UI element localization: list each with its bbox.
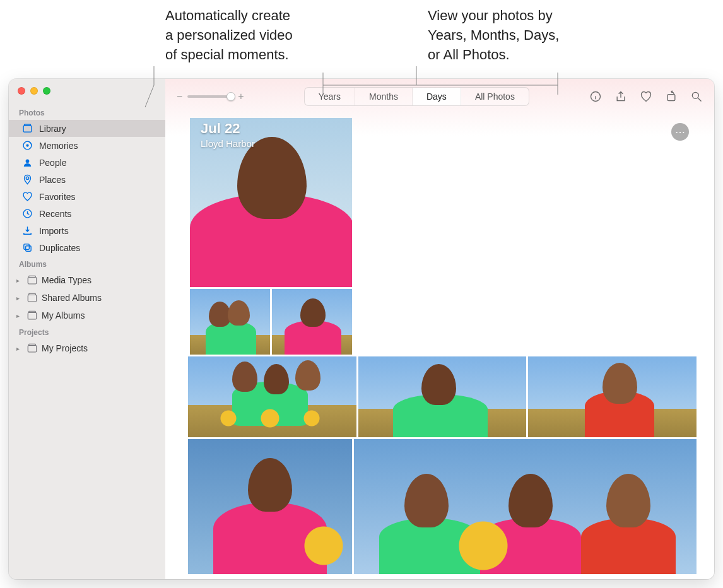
sidebar-label: Shared Albums bbox=[42, 293, 102, 303]
zoom-slider[interactable] bbox=[187, 95, 233, 98]
toolbar: − + Years Months Days All Photos bbox=[165, 79, 714, 114]
sidebar-item-places[interactable]: Places bbox=[9, 171, 165, 188]
chevron-right-icon: ▸ bbox=[16, 312, 23, 319]
heart-icon bbox=[21, 191, 33, 202]
svg-point-3 bbox=[26, 144, 28, 146]
svg-rect-16 bbox=[29, 344, 36, 345]
sidebar-header-photos: Photos bbox=[9, 105, 165, 120]
svg-rect-7 bbox=[23, 244, 29, 250]
svg-rect-11 bbox=[28, 295, 37, 302]
chevron-right-icon: ▸ bbox=[16, 277, 23, 284]
sidebar-item-favorites[interactable]: Favorites bbox=[9, 188, 165, 205]
sidebar-item-shared-albums[interactable]: ▸ Shared Albums bbox=[9, 289, 165, 307]
photo-thumbnail[interactable] bbox=[354, 439, 697, 574]
sidebar-label: Library bbox=[39, 124, 66, 134]
svg-rect-12 bbox=[29, 293, 36, 295]
svg-rect-9 bbox=[28, 278, 37, 285]
sidebar-item-imports[interactable]: Imports bbox=[9, 222, 165, 239]
segment-days[interactable]: Days bbox=[413, 88, 461, 105]
photo-thumbnail[interactable] bbox=[272, 289, 352, 355]
chevron-right-icon: ▸ bbox=[16, 295, 23, 302]
svg-rect-0 bbox=[23, 126, 32, 132]
photos-app-window: Photos Library Memories People Places Fa… bbox=[9, 79, 714, 579]
svg-rect-15 bbox=[28, 346, 37, 353]
view-segmented-control: Years Months Days All Photos bbox=[304, 87, 529, 106]
segment-months[interactable]: Months bbox=[355, 88, 413, 105]
import-icon bbox=[21, 225, 33, 236]
sidebar-item-my-albums[interactable]: ▸ My Albums bbox=[9, 307, 165, 324]
album-icon bbox=[26, 292, 38, 303]
sidebar-item-duplicates[interactable]: Duplicates bbox=[9, 239, 165, 256]
chevron-right-icon: ▸ bbox=[16, 345, 23, 352]
share-icon[interactable] bbox=[614, 90, 627, 103]
sidebar-item-people[interactable]: People bbox=[9, 154, 165, 171]
segment-years[interactable]: Years bbox=[305, 88, 355, 105]
svg-rect-8 bbox=[25, 246, 31, 252]
album-icon bbox=[26, 274, 38, 286]
sidebar-label: Duplicates bbox=[39, 243, 80, 253]
segment-all-photos[interactable]: All Photos bbox=[461, 88, 529, 105]
photo-thumbnail[interactable] bbox=[190, 289, 270, 355]
duplicates-icon bbox=[21, 242, 33, 253]
sidebar-label: Favorites bbox=[39, 192, 76, 202]
photo-thumbnail[interactable] bbox=[188, 356, 356, 437]
close-button[interactable] bbox=[18, 87, 25, 95]
svg-rect-10 bbox=[29, 276, 36, 277]
day-location: Lloyd Harbor bbox=[201, 138, 255, 149]
sidebar-label: Recents bbox=[39, 209, 71, 219]
more-actions-button[interactable]: ⋯ bbox=[671, 123, 689, 141]
rotate-icon[interactable] bbox=[665, 90, 678, 103]
svg-point-19 bbox=[692, 92, 698, 98]
sidebar-header-projects: Projects bbox=[9, 324, 165, 339]
info-icon[interactable] bbox=[589, 90, 602, 103]
library-icon bbox=[21, 123, 33, 134]
photo-thumbnail[interactable] bbox=[188, 439, 352, 574]
fullscreen-button[interactable] bbox=[43, 87, 50, 95]
day-header: Jul 22 Lloyd Harbor bbox=[201, 121, 255, 149]
sidebar-item-media-types[interactable]: ▸ Media Types bbox=[9, 271, 165, 289]
window-controls bbox=[9, 85, 165, 105]
day-date: Jul 22 bbox=[201, 121, 255, 137]
svg-point-4 bbox=[25, 160, 29, 163]
sidebar: Photos Library Memories People Places Fa… bbox=[9, 79, 165, 579]
sidebar-item-recents[interactable]: Recents bbox=[9, 205, 165, 222]
people-icon bbox=[21, 157, 33, 168]
svg-point-5 bbox=[26, 177, 28, 179]
svg-rect-13 bbox=[28, 313, 37, 320]
sidebar-label: My Projects bbox=[42, 343, 88, 353]
places-icon bbox=[21, 174, 33, 185]
zoom-control: − + bbox=[177, 91, 244, 102]
sidebar-label: Places bbox=[39, 175, 66, 185]
search-icon[interactable] bbox=[690, 90, 703, 103]
svg-rect-18 bbox=[667, 95, 675, 101]
sidebar-label: Imports bbox=[39, 226, 69, 236]
album-icon bbox=[26, 343, 38, 354]
sidebar-label: My Albums bbox=[42, 310, 85, 320]
callout-memories: Automatically create a personalized vide… bbox=[165, 6, 373, 64]
clock-icon bbox=[21, 208, 33, 219]
main-content: − + Years Months Days All Photos Jul 22 bbox=[165, 79, 714, 579]
album-icon bbox=[26, 310, 38, 321]
zoom-out-button[interactable]: − bbox=[177, 91, 182, 102]
photo-thumbnail[interactable] bbox=[528, 356, 697, 437]
sidebar-item-my-projects[interactable]: ▸ My Projects bbox=[9, 339, 165, 357]
zoom-in-button[interactable]: + bbox=[238, 91, 244, 102]
sidebar-label: People bbox=[39, 158, 67, 168]
sidebar-header-albums: Albums bbox=[9, 256, 165, 271]
favorite-icon[interactable] bbox=[640, 90, 652, 103]
callout-view-segments: View your photos by Years, Months, Days,… bbox=[428, 6, 630, 64]
svg-rect-14 bbox=[29, 311, 36, 312]
sidebar-label: Memories bbox=[39, 141, 78, 151]
sidebar-item-library[interactable]: Library bbox=[9, 120, 165, 137]
minimize-button[interactable] bbox=[30, 87, 38, 95]
zoom-slider-thumb[interactable] bbox=[226, 92, 235, 101]
sidebar-label: Media Types bbox=[42, 275, 91, 285]
memories-icon bbox=[21, 140, 33, 151]
photo-grid: Jul 22 Lloyd Harbor ⋯ bbox=[165, 114, 714, 579]
photo-thumbnail[interactable] bbox=[358, 356, 527, 437]
svg-rect-1 bbox=[24, 124, 30, 126]
sidebar-item-memories[interactable]: Memories bbox=[9, 137, 165, 154]
toolbar-actions bbox=[589, 90, 703, 103]
